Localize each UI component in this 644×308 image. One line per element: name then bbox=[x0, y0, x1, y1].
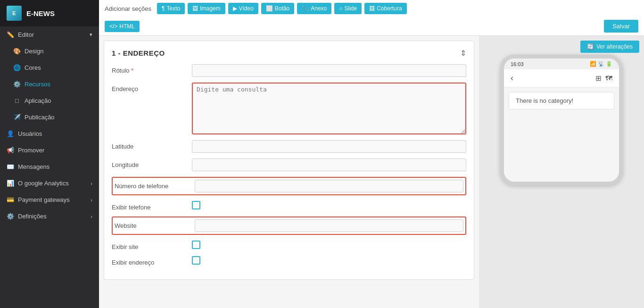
field-rotulo: Rótulo * bbox=[112, 64, 466, 77]
phone-map-icon[interactable]: 🗺 bbox=[605, 74, 612, 83]
design-icon: 🎨 bbox=[13, 48, 21, 55]
payment-gateways-icon: 💳 bbox=[7, 196, 14, 203]
ver-alteracoes-button[interactable]: 🔄 Ver alterações bbox=[580, 41, 639, 53]
mensagens-icon: ✉️ bbox=[7, 163, 14, 170]
input-rotulo[interactable] bbox=[192, 64, 466, 77]
btn-botao-label: Botão bbox=[275, 5, 289, 12]
checkbox-exibir-telefone[interactable] bbox=[192, 201, 200, 209]
no-category-message: There is no category! bbox=[509, 92, 614, 109]
chevron-right-icon-3: › bbox=[91, 214, 92, 219]
field-website: Website bbox=[112, 216, 466, 235]
btn-video-label: Vídeo bbox=[239, 5, 254, 12]
input-longitude[interactable] bbox=[192, 158, 466, 171]
label-exibir-endereco: Exibir endereço bbox=[112, 256, 187, 266]
sidebar-item-editor-label: Editor bbox=[18, 31, 34, 38]
btn-anexo-label: Anexo bbox=[311, 5, 327, 12]
save-label: Salvar bbox=[612, 23, 630, 30]
main-content: Adicionar seções ¶ Texto 🖼 Imagem ▶ Víde… bbox=[99, 0, 644, 308]
definicoes-icon: ⚙️ bbox=[7, 213, 14, 220]
input-website[interactable] bbox=[195, 219, 463, 232]
sidebar: E E-NEWS ✏️ Editor ▾ 🎨 Design 🌐 Cores ⚙️… bbox=[0, 0, 99, 308]
usuarios-icon: 👤 bbox=[7, 130, 14, 137]
phone-back-icon[interactable]: ‹ bbox=[511, 73, 513, 83]
sidebar-item-usuarios-label: Usuários bbox=[18, 130, 42, 137]
phone-status-bar: 16:03 📶 📡 🔋 bbox=[504, 58, 619, 69]
btn-cobertura-label: Cobertura bbox=[377, 5, 402, 12]
phone-content: There is no category! bbox=[504, 87, 619, 182]
btn-video[interactable]: ▶ Vídeo bbox=[228, 3, 258, 14]
btn-botao[interactable]: ⬜ Botão bbox=[261, 3, 294, 14]
sidebar-item-design[interactable]: 🎨 Design bbox=[0, 43, 99, 59]
html-icon: </> bbox=[109, 23, 117, 30]
checkbox-exibir-site[interactable] bbox=[192, 241, 200, 249]
sidebar-item-design-label: Design bbox=[25, 48, 43, 55]
sidebar-item-google-analytics[interactable]: 📊 O google Analytics › bbox=[0, 175, 99, 191]
editor-icon: ✏️ bbox=[7, 31, 14, 38]
slide-icon: ○ bbox=[339, 5, 342, 12]
label-website: Website bbox=[115, 219, 190, 229]
label-rotulo: Rótulo * bbox=[112, 64, 187, 74]
sidebar-item-publicacao-label: Publicação bbox=[25, 114, 55, 121]
checkbox-exibir-endereco[interactable] bbox=[192, 256, 200, 265]
aplicacao-icon: □ bbox=[13, 97, 21, 104]
phone-grid-icon[interactable]: ⊞ bbox=[595, 74, 602, 83]
label-longitude: Longitude bbox=[112, 158, 187, 168]
sidebar-item-payment-gateways[interactable]: 💳 Payment gateways › bbox=[0, 191, 99, 208]
field-longitude: Longitude bbox=[112, 158, 466, 171]
anexo-icon: 📎 bbox=[302, 5, 309, 12]
sidebar-item-usuarios[interactable]: 👤 Usuários bbox=[0, 125, 99, 142]
save-button[interactable]: Salvar bbox=[604, 20, 638, 33]
btn-imagem[interactable]: 🖼 Imagem bbox=[188, 3, 225, 14]
section-card-endereco: 1 - ENDEREÇO ⇕ Rótulo * Endereço bbox=[104, 41, 474, 280]
field-latitude: Latitude bbox=[112, 140, 466, 153]
sidebar-item-definicoes[interactable]: ⚙️ Definições › bbox=[0, 208, 99, 225]
topbar: Adicionar seções ¶ Texto 🖼 Imagem ▶ Víde… bbox=[99, 0, 644, 36]
cores-icon: 🌐 bbox=[13, 64, 21, 71]
field-exibir-endereco: Exibir endereço bbox=[112, 256, 466, 266]
label-endereco: Endereço bbox=[112, 83, 187, 92]
sidebar-item-recursos-label: Recursos bbox=[25, 81, 50, 88]
topbar-title: Adicionar seções bbox=[105, 5, 151, 12]
form-area: 1 - ENDEREÇO ⇕ Rótulo * Endereço bbox=[99, 36, 479, 308]
btn-html-label: HTML bbox=[119, 23, 135, 30]
btn-anexo[interactable]: 📎 Anexo bbox=[297, 3, 331, 14]
sidebar-item-editor[interactable]: ✏️ Editor ▾ bbox=[0, 26, 99, 43]
texto-icon: ¶ bbox=[162, 5, 165, 12]
phone-time: 16:03 bbox=[511, 61, 524, 67]
input-endereco[interactable] bbox=[192, 83, 466, 134]
sidebar-item-promover[interactable]: 📢 Promover bbox=[0, 142, 99, 158]
btn-texto-label: Texto bbox=[166, 5, 180, 12]
google-analytics-icon: 📊 bbox=[7, 180, 14, 187]
imagem-icon: 🖼 bbox=[192, 5, 198, 12]
btn-texto[interactable]: ¶ Texto bbox=[157, 3, 185, 14]
logo-icon: E bbox=[7, 6, 22, 21]
botao-icon: ⬜ bbox=[266, 5, 273, 12]
ver-alteracoes-label: Ver alterações bbox=[596, 43, 633, 50]
section-header: 1 - ENDEREÇO ⇕ bbox=[112, 49, 466, 58]
chevron-right-icon-2: › bbox=[91, 197, 92, 203]
sidebar-item-mensagens-label: Mensagens bbox=[18, 163, 50, 170]
field-exibir-site: Exibir site bbox=[112, 241, 466, 250]
sidebar-item-definicoes-label: Definições bbox=[18, 213, 47, 220]
field-telefone: Número de telefone bbox=[112, 177, 466, 195]
btn-cobertura[interactable]: 🖼 Cobertura bbox=[364, 3, 406, 14]
sidebar-item-publicacao[interactable]: ✈️ Publicação bbox=[0, 109, 99, 125]
preview-panel: 🔄 Ver alterações 16:03 📶 📡 🔋 ‹ ⊞ 🗺 bbox=[479, 36, 644, 308]
sidebar-item-aplicacao-label: Aplicação bbox=[25, 97, 51, 104]
content-area: 1 - ENDEREÇO ⇕ Rótulo * Endereço bbox=[99, 36, 644, 308]
btn-slide[interactable]: ○ Slide bbox=[334, 3, 362, 14]
section-title: 1 - ENDEREÇO bbox=[112, 49, 165, 57]
sidebar-item-mensagens[interactable]: ✉️ Mensagens bbox=[0, 158, 99, 175]
input-telefone[interactable] bbox=[195, 180, 463, 192]
sidebar-item-recursos[interactable]: ⚙️ Recursos bbox=[0, 76, 99, 92]
app-name: E-NEWS bbox=[26, 9, 55, 17]
phone-frame: 16:03 📶 📡 🔋 ‹ ⊞ 🗺 There is no category! bbox=[500, 55, 623, 185]
expand-icon[interactable]: ⇕ bbox=[460, 49, 466, 58]
promover-icon: 📢 bbox=[7, 147, 14, 154]
video-icon: ▶ bbox=[233, 5, 237, 12]
sidebar-item-cores[interactable]: 🌐 Cores bbox=[0, 59, 99, 76]
phone-signal-icons: 📶 📡 🔋 bbox=[590, 61, 612, 67]
sidebar-item-aplicacao[interactable]: □ Aplicação bbox=[0, 92, 99, 109]
input-latitude[interactable] bbox=[192, 140, 466, 153]
btn-html[interactable]: </> HTML bbox=[105, 21, 140, 32]
